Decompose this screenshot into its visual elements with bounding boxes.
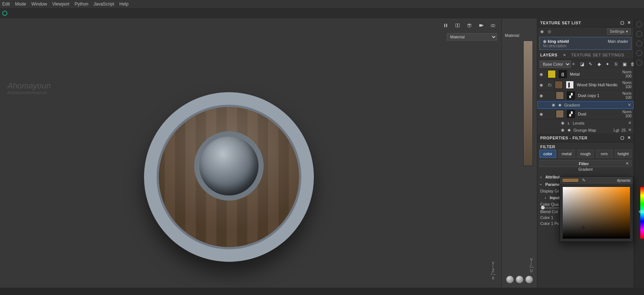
layer-thumb[interactable] bbox=[555, 81, 563, 89]
menu-python[interactable]: Python bbox=[75, 1, 88, 7]
shelf-slot-2[interactable] bbox=[636, 31, 642, 37]
channel-select[interactable]: Base Color bbox=[539, 60, 571, 68]
eye-icon[interactable]: ◉ bbox=[543, 39, 547, 44]
hue-handle-icon[interactable] bbox=[639, 211, 644, 213]
channel-rough[interactable]: rough bbox=[577, 150, 594, 158]
layer-mask-icon[interactable]: ▞ bbox=[567, 91, 575, 100]
matball-3[interactable] bbox=[525, 276, 533, 283]
layer-thumb[interactable] bbox=[556, 110, 564, 118]
brush-icon[interactable]: ✎ bbox=[588, 62, 593, 67]
layer-thumb[interactable] bbox=[548, 70, 556, 78]
layer-label[interactable]: Dust copy 1 bbox=[578, 93, 620, 98]
visibility-all-icon[interactable]: ◉ bbox=[540, 29, 544, 34]
app-logo-icon[interactable] bbox=[2, 11, 7, 16]
wand-icon[interactable]: ✧ bbox=[571, 62, 576, 67]
hue-slider[interactable] bbox=[640, 187, 644, 239]
shelf-slot-3[interactable] bbox=[636, 41, 642, 46]
effect-grunge[interactable]: ◉ ◆ Grunge Map Lgt 25 ✕ bbox=[537, 126, 634, 133]
eye-icon[interactable]: ◉ bbox=[539, 72, 545, 77]
viewport-shading-3d[interactable]: Material bbox=[447, 33, 497, 41]
camera-solid-icon[interactable] bbox=[477, 21, 485, 30]
color-picker[interactable]: ✎ dynamic bbox=[559, 176, 633, 242]
link-icon[interactable]: ⎘ bbox=[613, 62, 619, 67]
axis-gizmo-3d[interactable]: Y │ Z╯─X bbox=[491, 262, 496, 280]
picker-mode[interactable]: dynamic bbox=[617, 178, 631, 183]
layer-dust[interactable]: ◉ ▞ Dust Norm 100 bbox=[537, 109, 634, 119]
filter-header[interactable]: Filter ✕ bbox=[539, 160, 631, 167]
smart-icon[interactable]: ✦ bbox=[605, 62, 610, 67]
eye-icon[interactable]: ◉ bbox=[561, 128, 565, 132]
opacity-value[interactable]: 100 bbox=[625, 85, 631, 89]
color-swatch[interactable] bbox=[562, 178, 579, 183]
channel-height[interactable]: height bbox=[615, 150, 631, 158]
close-icon[interactable]: ✕ bbox=[627, 20, 631, 25]
channel-metal[interactable]: metal bbox=[558, 150, 575, 158]
viewport-2d[interactable]: Material V│└─U bbox=[501, 18, 537, 288]
effect-delete-icon[interactable]: ✕ bbox=[628, 121, 631, 125]
layer-mask-icon[interactable]: ▞ bbox=[567, 110, 575, 118]
opacity-value[interactable]: 100 bbox=[625, 96, 631, 100]
layer-thumb[interactable] bbox=[556, 91, 564, 100]
shelf-slot-4[interactable] bbox=[636, 50, 642, 56]
filter-clear-icon[interactable]: ✕ bbox=[626, 161, 629, 166]
effect-gradient[interactable]: ◉ ◆ Gradient ✕ bbox=[537, 101, 634, 109]
camera-icon[interactable] bbox=[489, 21, 497, 30]
effect-levels[interactable]: ◉ ⫾ Levels ✕ bbox=[537, 119, 634, 126]
opacity-value[interactable]: 100 bbox=[625, 74, 631, 78]
layer-mask-icon[interactable]: (( bbox=[559, 70, 567, 78]
opacity-value[interactable]: 100 bbox=[625, 114, 631, 118]
blend-mode[interactable]: Norm bbox=[623, 70, 631, 74]
menu-edit[interactable]: Edit bbox=[2, 1, 10, 7]
folder-icon[interactable]: ▣ bbox=[622, 62, 627, 67]
saturation-value-field[interactable] bbox=[563, 187, 630, 239]
layer-label[interactable]: Dust bbox=[578, 112, 620, 116]
viewport-3d[interactable]: Material Ahomayoun Artstation/ahomayoun … bbox=[0, 18, 501, 288]
channel-nrm[interactable]: nrm bbox=[596, 150, 613, 158]
blend-mode[interactable]: Norm bbox=[623, 110, 631, 114]
material-thumbs[interactable] bbox=[502, 276, 537, 283]
tab-layers-close-icon[interactable]: ✕ bbox=[563, 53, 566, 58]
effect-delete-icon[interactable]: ✕ bbox=[628, 128, 631, 132]
layer-label[interactable]: Metal bbox=[570, 72, 620, 76]
effect-delete-icon[interactable]: ✕ bbox=[628, 103, 631, 107]
visibility-focus-icon[interactable]: ◎ bbox=[548, 29, 551, 34]
mesh-shield[interactable] bbox=[144, 92, 314, 262]
cube-3d-icon[interactable] bbox=[465, 21, 473, 30]
matball-2[interactable] bbox=[516, 276, 523, 283]
eye-icon[interactable]: ◉ bbox=[539, 93, 545, 98]
blend-mode[interactable]: Lgt bbox=[613, 128, 619, 132]
blend-mode[interactable]: Norm bbox=[623, 81, 631, 85]
pause-icon[interactable] bbox=[442, 21, 450, 30]
layer-label[interactable]: Wood Ship Hull Nordic bbox=[577, 83, 620, 87]
mask-icon[interactable]: ◪ bbox=[579, 62, 585, 67]
shelf-slot-1[interactable] bbox=[636, 21, 642, 27]
undock-icon[interactable]: ▢ bbox=[620, 20, 624, 25]
undock-icon[interactable]: ▢ bbox=[620, 135, 624, 140]
layer-wood-folder[interactable]: ◉ 🗀 ▌ Wood Ship Hull Nordic Norm 100 bbox=[537, 80, 634, 90]
menu-javascript[interactable]: JavaScript bbox=[93, 1, 114, 7]
layer-mask-icon[interactable]: ▌ bbox=[566, 81, 574, 89]
texture-set-item[interactable]: ◉ king shield Main shader No description bbox=[539, 37, 631, 50]
channel-color[interactable]: color bbox=[539, 150, 556, 158]
menu-help[interactable]: Help bbox=[119, 1, 129, 7]
axis-gizmo-2d[interactable]: V│└─U bbox=[529, 258, 534, 273]
menu-viewport[interactable]: Viewport bbox=[52, 1, 69, 7]
shelf-slot-5[interactable] bbox=[636, 60, 642, 66]
tab-texture-set-settings[interactable]: TEXTURE SET SETTINGS bbox=[571, 53, 624, 58]
sv-handle-icon[interactable] bbox=[580, 225, 586, 230]
blend-mode[interactable]: Norm bbox=[623, 91, 631, 96]
layer-dust-copy[interactable]: ◉ ▞ Dust copy 1 Norm 100 bbox=[537, 90, 634, 101]
tsl-settings-button[interactable]: Settings▾ bbox=[607, 28, 631, 35]
menu-window[interactable]: Window bbox=[31, 1, 47, 7]
eyedropper-icon[interactable]: ✎ bbox=[582, 178, 587, 183]
tab-layers[interactable]: LAYERS bbox=[540, 53, 558, 58]
opacity-value[interactable]: 25 bbox=[621, 128, 626, 132]
texture-set-shader[interactable]: Main shader bbox=[608, 39, 628, 44]
split-view-icon[interactable] bbox=[453, 21, 462, 30]
shading-select-3d[interactable]: Material bbox=[447, 33, 497, 41]
layer-metal[interactable]: ◉ (( Metal Norm 100 bbox=[537, 69, 634, 80]
eye-icon[interactable]: ◉ bbox=[539, 83, 545, 87]
matball-1[interactable] bbox=[506, 276, 514, 283]
eye-icon[interactable]: ◉ bbox=[552, 103, 555, 107]
menu-mode[interactable]: Mode bbox=[15, 1, 26, 7]
